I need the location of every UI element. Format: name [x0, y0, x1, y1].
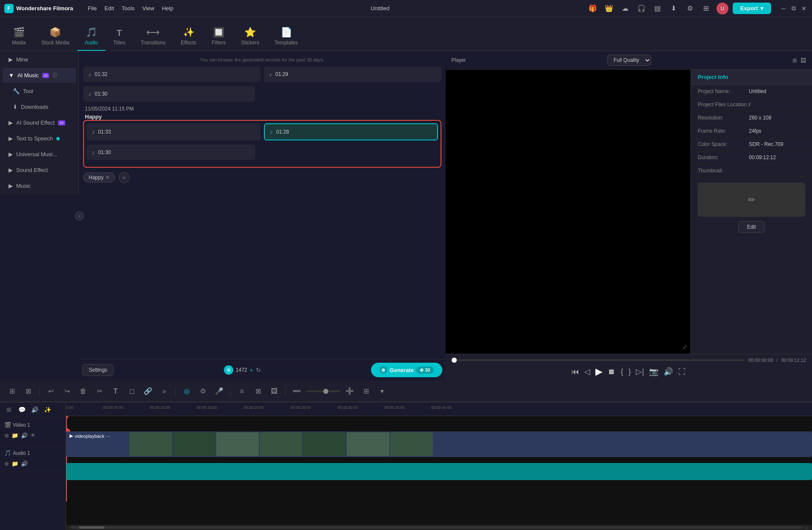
tab-stickers[interactable]: ⭐ Stickers: [233, 23, 267, 51]
tl-add-subtitle-btn[interactable]: 💬: [16, 404, 27, 415]
sidebar-item-mine[interactable]: ▶ Mine: [3, 52, 76, 67]
audio-volume-icon[interactable]: 🔊: [21, 460, 28, 467]
menu-tools[interactable]: Tools: [122, 5, 134, 12]
tab-titles[interactable]: T Titles: [105, 24, 133, 51]
sidebar-item-tool[interactable]: 🔧 Tool: [3, 84, 76, 99]
minimize-button[interactable]: ─: [780, 5, 787, 12]
sidebar-item-ai-sound-effect[interactable]: ▶ AI Sound Effect AI: [3, 115, 76, 130]
toolbar-redo-btn[interactable]: ↪: [60, 384, 74, 398]
sidebar-item-downloads[interactable]: ⬇ Downloads: [3, 99, 76, 114]
toolbar-crop-btn[interactable]: ◻: [125, 384, 139, 398]
toolbar-undo-btn[interactable]: ↩: [44, 384, 58, 398]
zoom-slider[interactable]: [306, 390, 340, 392]
image-view-icon[interactable]: 🖼: [800, 57, 806, 64]
close-button[interactable]: ✕: [800, 5, 808, 12]
toolbar-cut-btn[interactable]: ✂: [93, 384, 106, 398]
sidebar-item-tts[interactable]: ▶ Text to Speech: [3, 131, 76, 146]
settings-icon[interactable]: ⚙: [684, 3, 696, 15]
grid-view-icon[interactable]: ⊞: [792, 57, 797, 64]
tag-add-button[interactable]: +: [119, 172, 130, 183]
grid-icon[interactable]: ⊞: [700, 3, 712, 15]
audio-folder-icon[interactable]: 📁: [12, 460, 18, 467]
tab-media[interactable]: 🎬 Media: [4, 23, 34, 51]
music-item-2[interactable]: ♪ 01:29: [264, 67, 441, 82]
stop-button[interactable]: ⏹: [608, 367, 615, 376]
play-button[interactable]: ▶: [595, 366, 603, 377]
clip-button[interactable]: ▷|: [636, 367, 644, 376]
toolbar-text-btn[interactable]: T: [109, 384, 122, 398]
settings-button[interactable]: Settings: [82, 364, 113, 376]
toolbar-record-btn[interactable]: ◎: [180, 384, 194, 398]
quality-select[interactable]: Full Quality: [607, 55, 651, 66]
video-add-icon[interactable]: ⊕: [4, 432, 9, 439]
tl-add-audio-btn[interactable]: 🔊: [29, 404, 40, 415]
restore-button[interactable]: ⧉: [790, 5, 798, 12]
credits-add-icon[interactable]: +: [249, 367, 253, 373]
video-eye-icon[interactable]: 👁: [30, 432, 36, 439]
toolbar-split-btn[interactable]: ≡: [235, 384, 249, 398]
toolbar-image-btn[interactable]: 🖼: [267, 384, 281, 398]
highlight-item-2[interactable]: ♪ 01:28: [264, 123, 438, 140]
sidebar-item-music[interactable]: ▶ Music: [3, 178, 76, 193]
toolbar-more-btn[interactable]: »: [157, 384, 171, 398]
mark-out-button[interactable]: }: [628, 367, 631, 376]
generate-button[interactable]: ⊕ Generate ⊕ 30: [371, 363, 442, 377]
tl-ai-btn[interactable]: ✨: [42, 404, 53, 415]
video-folder-icon[interactable]: 📁: [12, 432, 18, 439]
menu-view[interactable]: View: [142, 5, 154, 12]
toolbar-zoom-out-btn[interactable]: ➖: [290, 384, 304, 398]
toolbar-zoom-in-btn[interactable]: ➕: [343, 384, 357, 398]
sidebar-item-universal[interactable]: ▶ Universal Musi...: [3, 147, 76, 162]
toolbar-select-btn[interactable]: ⊠: [21, 384, 35, 398]
refresh-icon[interactable]: ↻: [256, 367, 261, 373]
happy-tag[interactable]: Happy ✕: [83, 172, 115, 183]
frame-back-button[interactable]: ◁: [584, 367, 590, 376]
toolbar-grid-btn[interactable]: ⊞: [5, 384, 19, 398]
mark-in-button[interactable]: {: [621, 367, 623, 376]
toolbar-settings2-btn[interactable]: ⚙: [196, 384, 210, 398]
sidebar-collapse-button[interactable]: ‹: [75, 211, 84, 221]
fullscreen-button[interactable]: ⛶: [678, 367, 686, 376]
cloud-upload-icon[interactable]: ☁: [619, 3, 631, 15]
scrollbar-track[interactable]: [70, 526, 803, 529]
tab-stock-media[interactable]: 📦 Stock Media: [34, 23, 77, 51]
tl-add-video-btn[interactable]: ⊞: [3, 404, 14, 415]
video-track[interactable]: ▶ videoplayback ···: [66, 431, 812, 457]
snapshot-button[interactable]: 📷: [649, 367, 658, 376]
menu-help[interactable]: Help: [162, 5, 174, 12]
sidebar-item-ai-music[interactable]: ▼ AI Music AI ⓘ: [3, 68, 76, 83]
highlight-item-1[interactable]: ♪ 01:33: [87, 123, 261, 140]
tag-close-icon[interactable]: ✕: [105, 175, 110, 181]
highlight-item-3[interactable]: ♪ 01:30: [87, 145, 255, 160]
toolbar-link-btn[interactable]: 🔗: [141, 384, 155, 398]
menu-file[interactable]: File: [88, 5, 97, 12]
export-button[interactable]: Export ▾: [733, 3, 771, 14]
toolbar-delete-btn[interactable]: 🗑: [76, 384, 90, 398]
video-volume-icon[interactable]: 🔊: [21, 432, 28, 439]
time-slider[interactable]: [452, 359, 745, 361]
edit-button[interactable]: Edit: [738, 221, 765, 233]
audio-track[interactable]: [66, 463, 812, 480]
tab-audio[interactable]: 🎵 Audio: [77, 23, 106, 51]
audio-button[interactable]: 🔊: [664, 367, 673, 376]
toolbar-expand-btn[interactable]: ▾: [375, 384, 389, 398]
sidebar-item-sound-effect[interactable]: ▶ Sound Effect: [3, 163, 76, 178]
scrollbar-thumb[interactable]: [79, 526, 104, 529]
edit-thumbnail-icon[interactable]: ✏: [748, 195, 755, 205]
toolbar-layout-btn[interactable]: ⊞: [359, 384, 373, 398]
skip-back-button[interactable]: ⏮: [571, 367, 579, 376]
headset-icon[interactable]: 🎧: [635, 3, 647, 15]
tab-effects[interactable]: ✨ Effects: [173, 23, 204, 51]
tab-filters[interactable]: 🔲 Filters: [204, 23, 233, 51]
music-item-3[interactable]: ♪ 01:30: [83, 86, 255, 102]
tab-transitions[interactable]: ⟷ Transitions: [133, 23, 173, 51]
tab-templates[interactable]: 📄 Templates: [267, 23, 306, 51]
audio-add-icon[interactable]: ⊕: [4, 460, 9, 467]
toolbar-subtitle-btn[interactable]: ⊠: [251, 384, 265, 398]
music-item-1[interactable]: ♪ 01:32: [83, 67, 261, 82]
crown-icon[interactable]: 👑: [603, 3, 615, 15]
layers-icon[interactable]: ▤: [652, 3, 664, 15]
gift-icon[interactable]: 🎁: [587, 3, 599, 15]
expand-icon[interactable]: ⤢: [682, 344, 687, 350]
user-avatar[interactable]: U: [716, 3, 728, 15]
